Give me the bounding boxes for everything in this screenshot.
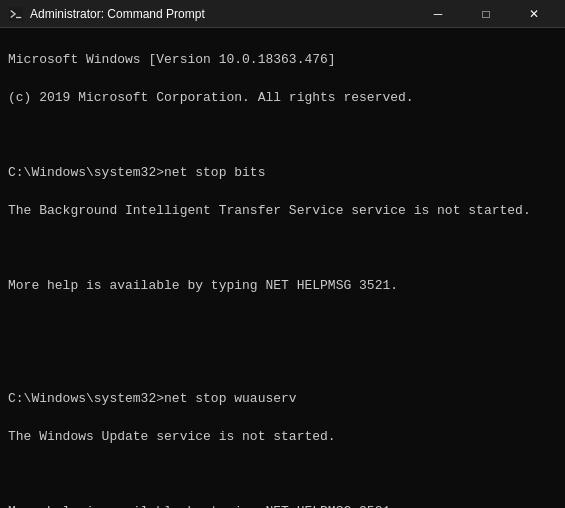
title-bar-controls: ─ □ ✕: [415, 0, 557, 28]
cmd-icon: [8, 6, 24, 22]
console-line: The Windows Update service is not starte…: [8, 428, 557, 447]
console-line: C:\Windows\system32>net stop bits: [8, 164, 557, 183]
console-line: (c) 2019 Microsoft Corporation. All righ…: [8, 89, 557, 108]
console-line: The Background Intelligent Transfer Serv…: [8, 202, 557, 221]
console-area[interactable]: Microsoft Windows [Version 10.0.18363.47…: [0, 28, 565, 508]
title-bar: Administrator: Command Prompt ─ □ ✕: [0, 0, 565, 28]
console-line: [8, 465, 557, 484]
console-line: [8, 315, 557, 334]
console-line: Microsoft Windows [Version 10.0.18363.47…: [8, 51, 557, 70]
console-line: More help is available by typing NET HEL…: [8, 277, 557, 296]
console-line: More help is available by typing NET HEL…: [8, 503, 557, 508]
title-bar-text: Administrator: Command Prompt: [30, 7, 409, 21]
minimize-button[interactable]: ─: [415, 0, 461, 28]
console-line: [8, 126, 557, 145]
console-line: [8, 352, 557, 371]
console-line: C:\Windows\system32>net stop wuauserv: [8, 390, 557, 409]
close-button[interactable]: ✕: [511, 0, 557, 28]
console-line: [8, 239, 557, 258]
maximize-button[interactable]: □: [463, 0, 509, 28]
